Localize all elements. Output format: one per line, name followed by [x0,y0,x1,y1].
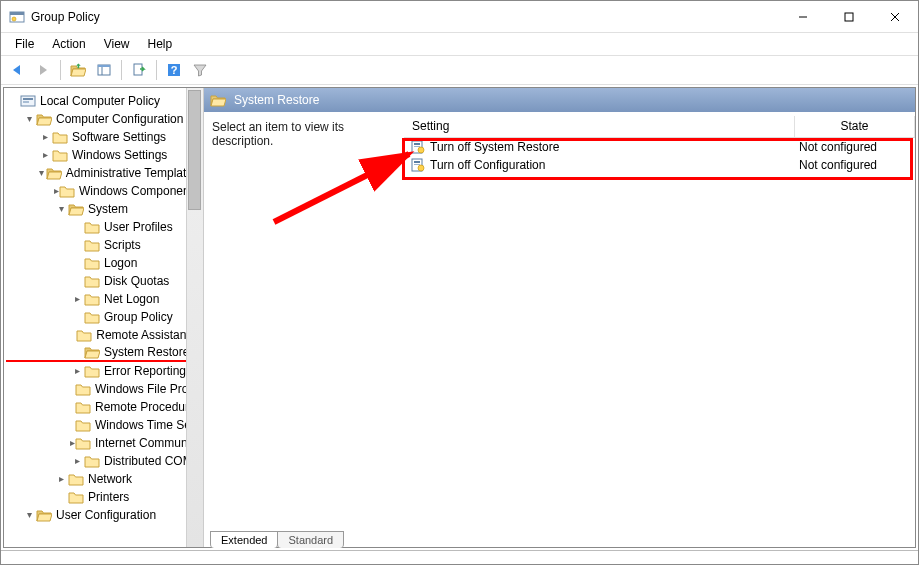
app-window: Group Policy File Action View Help ? [0,0,919,565]
tab-standard[interactable]: Standard [277,531,344,548]
detail-tabs: Extended Standard [204,525,915,547]
tree-administrative-templates[interactable]: ▾Administrative Templates [6,164,203,182]
tree-distributed-com[interactable]: ▸Distributed COM [6,452,203,470]
folder-icon [84,363,100,379]
show-hide-tree-button[interactable] [92,58,116,82]
tree-logon[interactable]: ▸Logon [6,254,203,272]
folder-icon [84,344,100,360]
policy-icon [410,139,426,155]
tree-windows-components[interactable]: ▸Windows Components [6,182,203,200]
folder-icon [52,129,68,145]
tree-printers[interactable]: ▸Printers [6,488,203,506]
menu-view[interactable]: View [96,35,138,53]
folder-icon [210,92,226,108]
column-state[interactable]: State [795,116,915,137]
tree-pane: ▾Local Computer Policy ▾Computer Configu… [4,88,204,547]
tree-user-configuration[interactable]: ▾User Configuration [6,506,203,524]
folder-icon [75,435,91,451]
tree-user-profiles[interactable]: ▸User Profiles [6,218,203,236]
detail-header: System Restore [204,88,915,112]
setting-name: Turn off Configuration [430,158,545,172]
folder-icon [36,111,52,127]
status-bar [1,550,918,564]
tab-extended[interactable]: Extended [210,531,278,548]
menu-action[interactable]: Action [44,35,93,53]
description-prompt: Select an item to view its description. [212,120,396,148]
tree-scrollbar[interactable] [186,88,203,547]
list-header: Setting State [404,116,915,138]
folder-icon [59,183,75,199]
maximize-button[interactable] [826,1,872,33]
svg-rect-16 [98,65,110,67]
title-bar: Group Policy [1,1,918,33]
folder-icon [75,399,91,415]
svg-text:?: ? [171,64,178,76]
folder-icon [84,255,100,271]
description-column: Select an item to view its description. [204,116,404,525]
folder-icon [68,471,84,487]
folder-icon [84,273,100,289]
folder-icon [36,507,52,523]
tree-computer-configuration[interactable]: ▾Computer Configuration [6,110,203,128]
column-setting[interactable]: Setting [404,116,795,137]
folder-icon [84,219,100,235]
tree-windows-time-service[interactable]: ▸Windows Time Service [6,416,203,434]
settings-list: Setting State Turn off System Restore No… [404,116,915,525]
folder-icon [84,291,100,307]
folder-icon [68,201,84,217]
tree-error-reporting[interactable]: ▸Error Reporting [6,362,203,380]
main-split: ▾Local Computer Policy ▾Computer Configu… [3,87,916,548]
tree-system[interactable]: ▾System [6,200,203,218]
folder-icon [76,327,92,343]
filter-button[interactable] [188,58,212,82]
tree-group-policy[interactable]: ▸Group Policy [6,308,203,326]
tree-net-logon[interactable]: ▸Net Logon [6,290,203,308]
folder-icon [84,237,100,253]
folder-icon [84,453,100,469]
setting-row[interactable]: Turn off System Restore Not configured [404,138,915,156]
tree-windows-file-protection[interactable]: ▸Windows File Protection [6,380,203,398]
up-button[interactable] [66,58,90,82]
tree-scripts[interactable]: ▸Scripts [6,236,203,254]
app-icon [9,9,25,25]
window-title: Group Policy [31,10,780,24]
folder-icon [75,381,91,397]
tree-network[interactable]: ▸Network [6,470,203,488]
setting-name: Turn off System Restore [430,140,559,154]
help-button[interactable]: ? [162,58,186,82]
toolbar: ? [1,55,918,85]
folder-icon [75,417,91,433]
folder-icon [68,489,84,505]
forward-button[interactable] [31,58,55,82]
policy-tree[interactable]: ▾Local Computer Policy ▾Computer Configu… [4,88,203,528]
back-button[interactable] [5,58,29,82]
detail-pane: System Restore Select an item to view it… [204,88,915,547]
setting-row[interactable]: Turn off Configuration Not configured [404,156,915,174]
tree-system-restore[interactable]: ▸System Restore [6,344,203,362]
tree-software-settings[interactable]: ▸Software Settings [6,128,203,146]
scrollbar-thumb[interactable] [188,90,201,210]
svg-rect-11 [845,13,853,21]
root-icon [20,93,36,109]
tree-disk-quotas[interactable]: ▸Disk Quotas [6,272,203,290]
close-button[interactable] [872,1,918,33]
folder-icon [46,165,62,181]
tree-windows-settings[interactable]: ▸Windows Settings [6,146,203,164]
folder-icon [84,309,100,325]
menu-file[interactable]: File [7,35,42,53]
folder-icon [52,147,68,163]
tree-remote-assistance[interactable]: ▸Remote Assistance [6,326,203,344]
tree-remote-procedure-call[interactable]: ▸Remote Procedure Call [6,398,203,416]
export-list-button[interactable] [127,58,151,82]
menu-bar: File Action View Help [1,33,918,55]
tree-internet-communication[interactable]: ▸Internet Communication Management [6,434,203,452]
setting-state: Not configured [795,140,915,154]
menu-help[interactable]: Help [140,35,181,53]
detail-body: Select an item to view its description. … [204,112,915,525]
detail-title: System Restore [234,93,319,107]
toolbar-separator [156,60,157,80]
tree-root[interactable]: ▾Local Computer Policy [6,92,203,110]
minimize-button[interactable] [780,1,826,33]
toolbar-separator [121,60,122,80]
setting-state: Not configured [795,158,915,172]
